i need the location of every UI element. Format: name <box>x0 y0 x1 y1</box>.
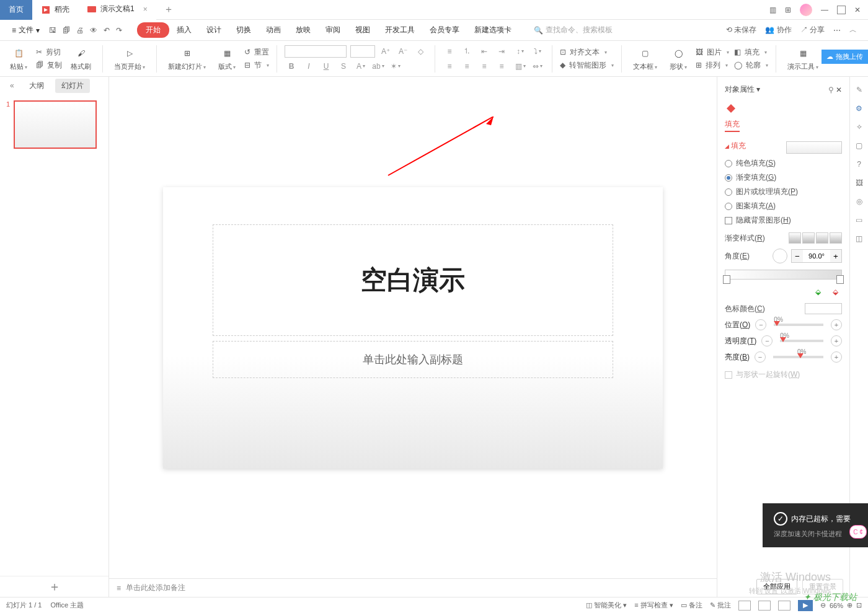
brightness-slider[interactable]: 0% <box>773 356 823 358</box>
cloud-upload-badge[interactable]: ☁ 拖拽上传 <box>822 50 868 64</box>
bullets[interactable]: ≡ <box>443 45 456 58</box>
close-panel[interactable]: ✕ <box>836 86 842 94</box>
title-placeholder[interactable]: 空白演示 <box>213 224 613 336</box>
textbox-button[interactable]: ▢ 文本框 <box>629 46 661 71</box>
save-as-icon[interactable]: 🗐 <box>63 26 70 35</box>
file-menu[interactable]: ≡ 文件 ▾ <box>6 22 45 38</box>
italic-button[interactable]: I <box>302 60 316 73</box>
tool-star[interactable]: ✧ <box>856 123 862 131</box>
panel-layout-icon[interactable]: ▥ <box>769 6 776 14</box>
close-tab-icon[interactable]: × <box>143 5 148 14</box>
save-icon[interactable]: 🖫 <box>49 26 56 35</box>
maximize-button[interactable] <box>837 6 846 14</box>
align-text-button[interactable]: ⊡ 对齐文本 <box>560 47 614 58</box>
print-icon[interactable]: 🖨 <box>76 26 84 35</box>
tab-document[interactable]: 演示文稿1 × <box>78 0 156 20</box>
unsaved-indicator[interactable]: ⟲ 未保存 <box>726 25 756 35</box>
layout-button[interactable]: ▦ 版式 <box>215 46 239 71</box>
paste-group[interactable]: 📋 粘贴 <box>6 46 31 71</box>
fill-preview-select[interactable] <box>786 141 842 154</box>
align-right[interactable]: ≡ <box>477 60 491 73</box>
menutab-newtab[interactable]: 新建选项卡 <box>467 21 519 39</box>
notes-input[interactable]: 单击此处添加备注 <box>126 583 185 593</box>
position-slider[interactable]: 0% <box>774 324 823 326</box>
new-slide[interactable]: ⊞ 新建幻灯片 <box>164 46 210 71</box>
arrange-button[interactable]: ⊞ 排列 <box>696 60 729 71</box>
brightness-dec[interactable]: − <box>755 351 766 363</box>
tool-cube[interactable]: ◫ <box>856 234 862 243</box>
apps-icon[interactable]: ⊞ <box>785 6 791 14</box>
indent-dec[interactable]: ⇤ <box>477 45 491 58</box>
minimize-button[interactable]: — <box>821 6 828 14</box>
undo-icon[interactable]: ↶ <box>104 26 110 35</box>
section-button[interactable]: ⊟ 节 <box>244 60 269 71</box>
fill-button[interactable]: ◧ 填充 <box>734 47 768 58</box>
columns[interactable]: ▥ <box>513 60 527 73</box>
tool-style[interactable]: ✎ <box>856 86 862 94</box>
close-window-button[interactable]: ✕ <box>854 6 861 14</box>
pin-icon[interactable]: ⚲ <box>828 86 834 94</box>
reset-button[interactable]: ↺ 重置 <box>244 47 269 58</box>
tab-docker[interactable]: 稻壳 <box>32 0 78 20</box>
tool-settings[interactable]: ⚙ <box>856 104 862 113</box>
font-color[interactable]: A <box>354 60 368 73</box>
stop-color-select[interactable] <box>805 303 842 314</box>
increase-font[interactable]: A⁺ <box>379 45 392 58</box>
menutab-review[interactable]: 审阅 <box>318 21 348 39</box>
numbering[interactable]: ⒈ <box>460 45 474 58</box>
text-direction[interactable]: ⤵ <box>531 45 544 58</box>
menutab-view[interactable]: 视图 <box>348 21 378 39</box>
add-stop[interactable]: ⬙ <box>811 286 825 298</box>
coop-button[interactable]: 👥 协作 <box>765 25 791 35</box>
line-spacing[interactable]: ↕ <box>513 45 527 58</box>
more-menu[interactable]: ⋯ <box>833 26 841 35</box>
shape-button[interactable]: ◯ 形状 <box>666 46 691 71</box>
hide-bg-check[interactable]: 隐藏背景图形(H) <box>725 213 842 227</box>
comments-toggle[interactable]: ✎ 批注 <box>710 601 731 610</box>
redo-icon[interactable]: ↷ <box>116 26 122 35</box>
tool-image[interactable]: 🖼 <box>856 179 863 187</box>
slides-tab[interactable]: 幻灯片 <box>55 79 90 93</box>
share-button[interactable]: ↗ 分享 <box>800 25 825 35</box>
align-justify[interactable]: ≡ <box>495 60 508 73</box>
highlight-color[interactable]: ab <box>371 60 385 73</box>
outline-tab[interactable]: 大纲 <box>23 79 50 93</box>
normal-view[interactable] <box>738 601 751 611</box>
text-effects[interactable]: ✶ <box>389 60 402 73</box>
pattern-fill-radio[interactable]: 图案填充(A) <box>725 199 842 213</box>
outline-button[interactable]: ◯ 轮廓 <box>734 60 768 71</box>
reading-view[interactable] <box>778 601 790 611</box>
spellcheck-button[interactable]: ≡ 拼写检查 ▾ <box>634 601 673 610</box>
solid-fill-radio[interactable]: 纯色填充(S) <box>725 156 842 170</box>
tool-screen[interactable]: ▭ <box>856 216 862 224</box>
notes-toggle[interactable]: ▭ 备注 <box>681 601 702 610</box>
play-from-current[interactable]: ▷ 当页开始 <box>110 46 149 71</box>
cut-button[interactable]: ✂ 剪切 <box>36 47 62 58</box>
menutab-transition[interactable]: 切换 <box>229 21 259 39</box>
convert-smartart[interactable]: ◆ 转智能图形 <box>560 60 614 71</box>
collapse-ribbon[interactable]: ︿ <box>849 25 857 35</box>
opacity-slider[interactable]: 0% <box>780 340 823 342</box>
sorter-view[interactable] <box>758 601 771 611</box>
tool-panel[interactable]: ▢ <box>856 141 862 150</box>
distribute[interactable]: ⇔ <box>531 60 544 73</box>
align-center[interactable]: ≡ <box>460 60 474 73</box>
menutab-animation[interactable]: 动画 <box>259 21 288 39</box>
slide-canvas[interactable]: 空白演示 单击此处输入副标题 <box>163 187 663 469</box>
align-left[interactable]: ≡ <box>443 60 456 73</box>
brightness-inc[interactable]: + <box>831 351 842 363</box>
picture-fill-radio[interactable]: 图片或纹理填充(P) <box>725 185 842 199</box>
font-size-select[interactable] <box>350 45 375 58</box>
fit-window[interactable]: ⊡ <box>856 601 862 609</box>
remove-stop[interactable]: ⬙ <box>828 286 842 298</box>
menutab-slideshow[interactable]: 放映 <box>288 21 318 39</box>
new-tab-button[interactable]: ＋ <box>164 3 174 16</box>
position-inc[interactable]: + <box>831 319 842 330</box>
present-tools[interactable]: ▦ 演示工具 <box>784 46 822 71</box>
add-slide-button[interactable]: ＋ <box>0 576 108 597</box>
menutab-devtools[interactable]: 开发工具 <box>378 21 422 39</box>
menutab-member[interactable]: 会员专享 <box>422 21 467 39</box>
print-preview-icon[interactable]: 👁 <box>90 26 97 35</box>
tool-target[interactable]: ◎ <box>856 197 862 206</box>
user-avatar[interactable] <box>800 4 812 16</box>
